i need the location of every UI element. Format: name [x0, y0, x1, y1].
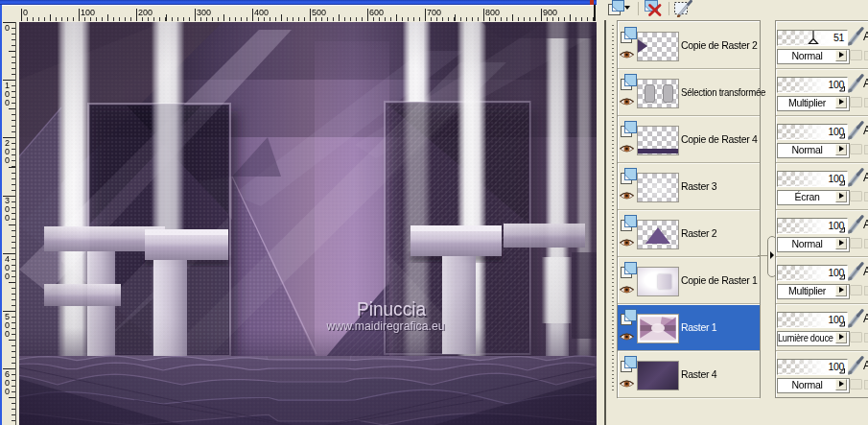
svg-text:A: A — [863, 30, 868, 43]
svg-text:A: A — [863, 265, 868, 278]
svg-text:Pinuccia: Pinuccia — [357, 298, 427, 319]
svg-text:A: A — [863, 312, 868, 325]
svg-text:A: A — [863, 171, 868, 184]
svg-text:A: A — [863, 359, 868, 372]
svg-text:A: A — [863, 77, 868, 90]
svg-text:www.maidiregrafica.eu: www.maidiregrafica.eu — [326, 319, 445, 333]
svg-text:A: A — [863, 218, 868, 231]
svg-text:A: A — [863, 124, 868, 137]
